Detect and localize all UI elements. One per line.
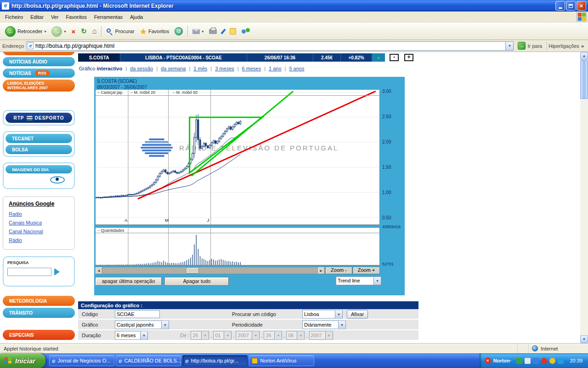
tab-1month[interactable]: 1 mês	[193, 66, 207, 71]
sidebar-item-meteorologia[interactable]: METEOROLOGIA	[3, 296, 75, 306]
back-button[interactable]: ← Retroceder ▾	[3, 25, 48, 38]
de-label: De :	[180, 333, 189, 338]
sidebar-item-eleicoes[interactable]: LISBOA, ELEIÇÕES INTERCALARES 2007	[3, 80, 75, 92]
tab-5years[interactable]: 5 anos	[289, 66, 304, 71]
sidebar-item-cultura[interactable]: CULTURA	[3, 52, 75, 55]
messenger-icon[interactable]	[533, 358, 539, 364]
scroll-track[interactable]	[102, 267, 317, 274]
menu-view[interactable]: Ver	[47, 12, 62, 22]
sidebar-item-noticias-audio[interactable]: NOTÍCIAS ÁUDIO	[3, 57, 75, 66]
vertical-scroll-thumb[interactable]	[580, 60, 588, 99]
scroll-left-button[interactable]: ◄	[95, 267, 102, 274]
mail-button[interactable]: ▾	[190, 28, 206, 35]
minimize-button[interactable]	[555, 1, 565, 11]
ad-link-nacional[interactable]: Canal Nacional	[9, 229, 72, 234]
tab-1year[interactable]: 1 ano	[269, 66, 282, 71]
duration-select[interactable]: 6 meses ▼	[115, 331, 148, 339]
task-norton[interactable]: Norton AntiVirus	[249, 355, 314, 366]
sidebar-item-imagens[interactable]: IMAGENS DO DIA	[6, 165, 72, 173]
periodicity-select[interactable]: Diáriamente ▼	[302, 320, 346, 329]
config-row-codigo: Código Procurar um código Lisboa ▼ Afixa…	[78, 309, 418, 320]
update-icon[interactable]	[549, 358, 555, 364]
menu-file[interactable]: Ficheiro	[1, 12, 27, 22]
messenger-button[interactable]	[239, 27, 252, 36]
network-icon[interactable]	[558, 358, 564, 364]
scroll-thumb[interactable]	[186, 267, 199, 274]
ad-link-radio[interactable]: Radio	[9, 211, 72, 217]
discuss-button[interactable]	[227, 27, 238, 36]
to-year-select[interactable]: 2007▼	[309, 331, 333, 339]
delete-last-operation-button[interactable]: apagar última operação	[95, 277, 162, 286]
norton-status-icon[interactable]: ×	[485, 357, 491, 364]
edit-button[interactable]	[220, 27, 226, 36]
address-url[interactable]: http://bolsa.rtp.pt/graphique.html	[34, 43, 505, 49]
links-button[interactable]: Hiperligações »	[546, 41, 586, 51]
to-month-select[interactable]: 06▼	[286, 331, 305, 339]
start-button[interactable]: Iniciar	[0, 353, 45, 368]
sidebar-item-especiais[interactable]: ESPECIAIS	[3, 330, 75, 340]
exchange-select[interactable]: Lisboa ▼	[302, 310, 343, 318]
rss-badge: RSS	[35, 70, 50, 76]
sidebar-item-transito[interactable]: TRÂNSITO	[3, 308, 75, 318]
search-button[interactable]: Procurar	[104, 27, 136, 36]
menu-help[interactable]: Ajuda	[126, 12, 147, 22]
drawing-tool-select[interactable]: Trend line ▼	[336, 276, 381, 285]
volume-axis-max: 40959416	[382, 224, 401, 229]
print-button[interactable]	[207, 28, 219, 35]
home-button[interactable]: ⌂	[90, 26, 99, 37]
scroll-right-button[interactable]: ►	[317, 267, 325, 274]
favorites-label: Favoritos	[148, 29, 169, 34]
sidebar-item-desporto[interactable]: RTP DESPORTO	[6, 113, 72, 123]
price-chart-canvas[interactable]: RÁDIO E TELEVISÃO DE PORTUGAL – Castiçal…	[95, 89, 380, 225]
scroll-up-button[interactable]: ▲	[580, 52, 588, 60]
menu-favorites[interactable]: Favoritos	[62, 12, 90, 22]
address-dropdown-button[interactable]: ▼	[505, 42, 513, 50]
tab-6months[interactable]: 6 meses	[242, 66, 261, 71]
menu-tools[interactable]: Ferramentas	[90, 12, 126, 22]
volume-icon[interactable]	[525, 358, 531, 364]
favorites-button[interactable]: ★ Favoritos	[138, 26, 172, 37]
security-icon[interactable]	[516, 358, 522, 364]
tab-3months[interactable]: 3 meses	[215, 66, 234, 71]
zoom-in-button[interactable]: Zoom +	[353, 267, 380, 274]
go-button[interactable]: → Ir para	[516, 41, 544, 50]
menu-edit[interactable]: Editar	[27, 12, 47, 22]
task-jornal-negocios[interactable]: e Jornal de Negócios O...	[49, 355, 114, 366]
tab-separator: |	[237, 66, 239, 71]
from-year-select[interactable]: 2007▼	[236, 331, 260, 339]
sidebar-item-noticias-rss[interactable]: NOTÍCIAS RSS	[3, 69, 75, 78]
close-button[interactable]: ×	[577, 1, 586, 11]
font-smaller-button[interactable]: -	[390, 54, 399, 61]
zoom-out-button[interactable]: Zoom -	[325, 267, 352, 274]
from-month-select[interactable]: 01▼	[213, 331, 232, 339]
forward-button[interactable]: → ▾	[49, 25, 68, 38]
search-submit-arrow-icon[interactable]	[54, 268, 60, 276]
ad-link-radio2[interactable]: Rádio	[9, 237, 72, 243]
task-bolsa-rtp[interactable]: e http://bolsa.rtp.pt/gr...	[182, 355, 248, 366]
to-day-select[interactable]: 26▼	[264, 331, 282, 339]
stop-button[interactable]: ×	[69, 26, 78, 37]
afixar-button[interactable]: Afixar	[347, 310, 368, 318]
maximize-button[interactable]	[566, 1, 576, 11]
sidebar-search-input[interactable]	[7, 268, 51, 276]
ad-link-canais[interactable]: Canais Musica	[9, 220, 72, 225]
tab-session[interactable]: da sessão	[130, 66, 153, 71]
tab-interactive[interactable]: Gráfico interactivo	[79, 66, 122, 71]
chart-type-select[interactable]: Castiçal japonês ▼	[115, 320, 169, 329]
antivirus-status-icon[interactable]	[541, 358, 547, 364]
codigo-input[interactable]	[115, 310, 160, 318]
scroll-down-button[interactable]: ▼	[580, 335, 588, 343]
font-larger-button[interactable]: +	[404, 54, 413, 61]
sidebar-item-bolsa[interactable]: BOLSA	[6, 145, 72, 154]
refresh-button[interactable]: ↻	[79, 26, 89, 37]
task-caldeirao[interactable]: e CALDEIRÃO DE BOLS...	[116, 355, 181, 366]
history-button[interactable]: ↺	[172, 26, 185, 37]
volume-chart-canvas[interactable]: – Quantidades	[95, 227, 380, 265]
tab-week[interactable]: da semana	[161, 66, 186, 71]
delete-all-button[interactable]: Apagar tudo	[164, 277, 229, 286]
from-day-select[interactable]: 26▼	[191, 331, 209, 339]
sidebar-item-tecnet[interactable]: TEC&NET	[6, 134, 72, 143]
address-input[interactable]: e http://bolsa.rtp.pt/graphique.html ▼	[26, 41, 514, 51]
vertical-scrollbar[interactable]: ▲ ▼	[580, 52, 588, 343]
to-day-value: 26	[264, 331, 274, 339]
